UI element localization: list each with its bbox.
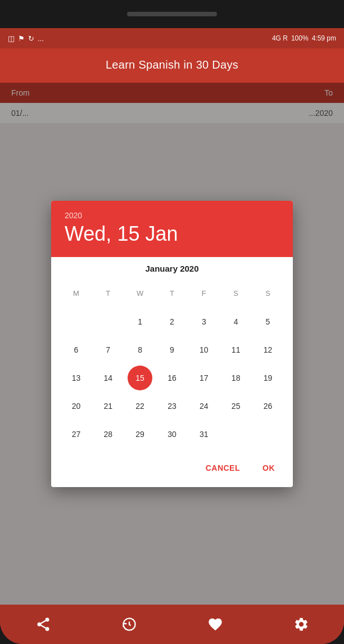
day-16[interactable]: 16: [160, 366, 184, 390]
day-6[interactable]: 6: [64, 337, 88, 362]
day-27[interactable]: 27: [64, 422, 88, 447]
history-icon[interactable]: [115, 610, 143, 638]
refresh-icon: ↻: [28, 34, 34, 43]
svg-line-3: [41, 625, 46, 628]
bottom-nav: [0, 605, 344, 644]
flag-icon: ⚑: [18, 34, 25, 43]
notch: [127, 12, 217, 16]
chat-icon: ◫: [8, 34, 15, 43]
day-empty-3: [224, 422, 248, 447]
day-13[interactable]: 13: [64, 366, 88, 390]
battery-label: 100%: [291, 34, 309, 42]
day-31[interactable]: 31: [192, 422, 216, 447]
weekday-S1: S: [224, 281, 248, 306]
status-bar: ◫ ⚑ ↻ ... 4G R 100% 4:59 pm: [0, 28, 344, 48]
app-header: Learn Spanish in 30 Days: [0, 48, 344, 83]
weekday-W: W: [128, 281, 152, 306]
day-20[interactable]: 20: [64, 394, 88, 418]
app-title: Learn Spanish in 30 Days: [106, 58, 238, 71]
time-label: 4:59 pm: [312, 34, 336, 42]
day-1[interactable]: 1: [128, 309, 152, 334]
weekday-T2: T: [160, 281, 184, 306]
weekday-S2: S: [255, 281, 280, 306]
day-18[interactable]: 18: [224, 366, 248, 390]
svg-point-2: [45, 627, 49, 631]
more-icon: ...: [38, 34, 44, 43]
settings-icon[interactable]: [287, 610, 315, 638]
day-empty-1: [64, 309, 88, 334]
week-row-5: 27 28 29 30 31: [60, 422, 284, 447]
weekday-M: M: [64, 281, 88, 306]
date-picker-dialog: 2020 Wed, 15 Jan January 2020 M T W: [51, 201, 293, 487]
day-28[interactable]: 28: [96, 422, 120, 447]
day-29[interactable]: 29: [128, 422, 152, 447]
svg-point-0: [45, 618, 49, 622]
dialog-year: 2020: [65, 211, 279, 220]
day-15[interactable]: 15: [128, 366, 152, 390]
weekday-F: F: [192, 281, 216, 306]
day-3[interactable]: 3: [192, 309, 216, 334]
favorite-icon[interactable]: [201, 610, 229, 638]
week-row-2: 6 7 8 9 10 11 12: [60, 337, 284, 362]
day-empty-2: [96, 309, 120, 334]
calendar-month-label: January 2020: [51, 264, 293, 273]
notch-bar: [0, 0, 344, 28]
day-24[interactable]: 24: [192, 394, 216, 418]
dialog-date: Wed, 15 Jan: [65, 222, 279, 246]
app-body: From To 01/... ...2020 2020 Wed, 15 Jan: [0, 83, 344, 605]
day-5[interactable]: 5: [255, 309, 280, 334]
day-9[interactable]: 9: [160, 337, 184, 362]
day-22[interactable]: 22: [128, 394, 152, 418]
day-14[interactable]: 14: [96, 366, 120, 390]
dialog-actions: CANCEL OK: [51, 450, 293, 487]
phone-frame: ◫ ⚑ ↻ ... 4G R 100% 4:59 pm Learn Spanis…: [0, 0, 344, 644]
day-19[interactable]: 19: [255, 366, 280, 390]
network-label: 4G R: [272, 34, 288, 42]
day-30[interactable]: 30: [160, 422, 184, 447]
screen: ◫ ⚑ ↻ ... 4G R 100% 4:59 pm Learn Spanis…: [0, 28, 344, 644]
share-icon[interactable]: [29, 610, 57, 638]
day-17[interactable]: 17: [192, 366, 216, 390]
day-23[interactable]: 23: [160, 394, 184, 418]
day-26[interactable]: 26: [255, 394, 280, 418]
cancel-button[interactable]: CANCEL: [199, 459, 247, 477]
svg-point-1: [37, 623, 41, 627]
week-row-4: 20 21 22 23 24 25 26: [60, 394, 284, 418]
day-4[interactable]: 4: [224, 309, 248, 334]
day-25[interactable]: 25: [224, 394, 248, 418]
day-10[interactable]: 10: [192, 337, 216, 362]
weekday-T1: T: [96, 281, 120, 306]
calendar-grid: M T W T F S S: [51, 281, 293, 447]
ok-button[interactable]: OK: [256, 459, 282, 477]
overlay: 2020 Wed, 15 Jan January 2020 M T W: [0, 83, 344, 605]
status-left: ◫ ⚑ ↻ ...: [8, 34, 44, 43]
svg-line-4: [41, 621, 46, 624]
status-right: 4G R 100% 4:59 pm: [272, 34, 336, 42]
day-8[interactable]: 8: [128, 337, 152, 362]
week-row-1: 1 2 3 4 5: [60, 309, 284, 334]
day-7[interactable]: 7: [96, 337, 120, 362]
day-11[interactable]: 11: [224, 337, 248, 362]
day-2[interactable]: 2: [160, 309, 184, 334]
day-21[interactable]: 21: [96, 394, 120, 418]
day-empty-4: [255, 422, 280, 447]
week-row-3: 13 14 15 16 17 18 19: [60, 366, 284, 390]
weekday-header-row: M T W T F S S: [60, 281, 284, 306]
dialog-body: January 2020 M T W T F S S: [51, 257, 293, 487]
day-12[interactable]: 12: [255, 337, 280, 362]
dialog-header: 2020 Wed, 15 Jan: [51, 201, 293, 257]
